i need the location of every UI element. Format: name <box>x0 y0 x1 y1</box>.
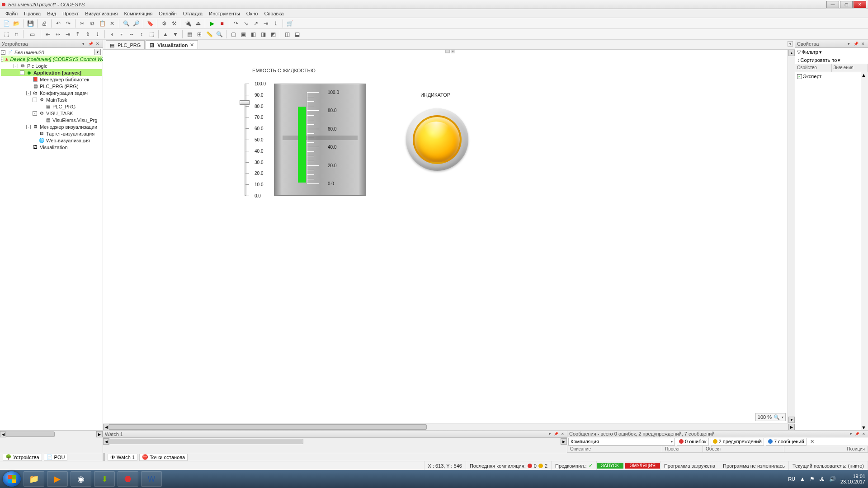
bottom-tab[interactable]: 📄POU <box>44 454 68 461</box>
el-1-icon[interactable]: ▢ <box>229 30 238 39</box>
scroll-down-icon[interactable]: ▼ <box>788 417 795 423</box>
tree-item[interactable]: -🖥Менеджер визуализации <box>1 123 102 130</box>
menu-файл[interactable]: Файл <box>3 10 20 17</box>
same-height-icon[interactable]: ↕ <box>137 30 146 39</box>
tray-clock[interactable]: 19:0123.10.2017 <box>840 474 865 484</box>
canvas-split-grip[interactable]: —▾ <box>445 50 455 53</box>
step-icon[interactable]: ⇥ <box>261 19 270 28</box>
delete-icon[interactable]: ✕ <box>108 19 117 28</box>
taskbar-explorer-icon[interactable]: 📁 <box>24 471 44 487</box>
el-6-icon[interactable]: ◫ <box>283 30 292 39</box>
tree-item[interactable]: -📄Без имени20 <box>1 49 102 56</box>
tray-network-icon[interactable]: 🖧 <box>819 476 825 482</box>
taskbar-media-icon[interactable]: ▶ <box>47 471 68 487</box>
tree-item[interactable]: ▤PLC_PRG <box>1 103 102 110</box>
el-4-icon[interactable]: ◨ <box>259 30 268 39</box>
panel-close-icon[interactable]: ✕ <box>861 431 866 436</box>
menu-компиляция[interactable]: Компиляция <box>121 10 155 17</box>
tree-toggle-icon[interactable]: - <box>33 111 37 116</box>
panel-pin-icon[interactable]: 📌 <box>87 41 94 47</box>
menu-окно[interactable]: Окно <box>244 10 261 17</box>
el-5-icon[interactable]: ◩ <box>269 30 278 39</box>
tab-list-icon[interactable]: ▾ <box>788 41 793 47</box>
tree-item[interactable]: 🖥Таргет-визуализация <box>1 130 102 137</box>
bookmark-icon[interactable]: 🔖 <box>146 19 155 28</box>
stop-icon[interactable]: ■ <box>217 19 226 28</box>
tree-item[interactable]: -⚙VISU_TASK <box>1 110 102 117</box>
tree-toggle-icon[interactable]: - <box>26 125 31 129</box>
canvas-vscroll[interactable]: ▲ ▼ <box>788 50 795 423</box>
align-bottom-icon[interactable]: ⤓ <box>93 30 102 39</box>
tree-item[interactable]: -🗂Конфигурация задач <box>1 89 102 96</box>
minimize-button[interactable]: — <box>826 1 839 8</box>
close-button[interactable]: ✕ <box>854 1 866 8</box>
tree-toggle-icon[interactable]: - <box>1 57 3 61</box>
start-button[interactable] <box>3 471 21 487</box>
tree-type-dropdown[interactable]: ▾ <box>94 49 101 55</box>
panel-close-icon[interactable]: ✕ <box>94 41 101 47</box>
tray-volume-icon[interactable]: 🔊 <box>829 476 836 482</box>
logout-icon[interactable]: ⏏ <box>193 19 203 28</box>
tree-item[interactable]: -⧉Plc Logic <box>1 62 102 69</box>
tray-lang[interactable]: RU <box>788 476 795 482</box>
scroll-up-icon[interactable]: ▲ <box>861 72 868 78</box>
menu-справка[interactable]: Справка <box>261 10 286 17</box>
el-2-icon[interactable]: ▣ <box>239 30 248 39</box>
tree-item[interactable]: -◉Application [запуск] <box>1 69 102 76</box>
build-icon[interactable]: ⚙ <box>160 19 169 28</box>
taskbar-codesys-icon[interactable]: ⬣ <box>118 471 138 487</box>
tree-item[interactable]: ▤VisuElems.Visu_Prg <box>1 117 102 123</box>
scroll-right-icon[interactable]: ▶ <box>561 438 567 445</box>
menu-проект[interactable]: Проект <box>60 10 81 17</box>
tree-item[interactable]: -▲Device [соединен] (CODESYS Control Win… <box>1 56 102 62</box>
devices-tree[interactable]: ▾ -📄Без имени20-▲Device [соединен] (CODE… <box>0 48 103 430</box>
panel-dropdown-icon[interactable]: ▾ <box>845 41 852 47</box>
panel-close-icon[interactable]: ✕ <box>860 41 866 47</box>
select-icon[interactable]: ⬚ <box>2 30 11 39</box>
menu-отладка[interactable]: Отладка <box>180 10 205 17</box>
open-icon[interactable]: 📂 <box>12 19 21 28</box>
order-back-icon[interactable]: ▼ <box>171 30 180 39</box>
cursor-icon[interactable]: ⤓ <box>271 19 280 28</box>
undo-icon[interactable]: ↶ <box>54 19 63 28</box>
tree-toggle-icon[interactable]: - <box>20 70 24 75</box>
el-7-icon[interactable]: ⬓ <box>292 30 302 39</box>
save-icon[interactable]: 💾 <box>26 19 35 28</box>
tray-action-icon[interactable]: ⚑ <box>810 476 815 482</box>
align-right-icon[interactable]: ⇥ <box>63 30 72 39</box>
menu-вид[interactable]: Вид <box>44 10 59 17</box>
copy-icon[interactable]: ⧉ <box>88 19 97 28</box>
align-center-icon[interactable]: ⇔ <box>53 30 62 39</box>
panel-pin-icon[interactable]: 📌 <box>854 431 860 436</box>
taskbar-download-icon[interactable]: ⬇ <box>94 471 115 487</box>
bottom-tab[interactable]: ⛔Точки останова <box>139 454 188 461</box>
ruler-icon[interactable]: 📏 <box>205 30 214 39</box>
taskbar-word-icon[interactable]: W <box>141 471 162 487</box>
zoom-icon[interactable]: 🔍 <box>215 30 224 39</box>
snap-icon[interactable]: ⊞ <box>195 30 204 39</box>
tab-close-icon[interactable]: ✕ <box>190 42 194 48</box>
properties-grid[interactable] <box>795 72 861 430</box>
redo-icon[interactable]: ↷ <box>64 19 73 28</box>
tree-toggle-icon[interactable]: - <box>33 98 37 102</box>
scroll-up-icon[interactable]: ▲ <box>788 50 795 56</box>
tree-item[interactable]: 🖼Visualization <box>1 144 102 150</box>
run-icon[interactable]: ▶ <box>208 19 217 28</box>
tree-item[interactable]: ▤PLC_PRG (PRG) <box>1 83 102 89</box>
step-over-icon[interactable]: ↷ <box>231 19 241 28</box>
warnings-badge[interactable]: 2 предупреждений <box>711 438 764 446</box>
panel-dropdown-icon[interactable]: ▾ <box>80 41 86 47</box>
cart-icon[interactable]: 🛒 <box>285 19 294 28</box>
magnifier-icon[interactable]: 🔍 <box>774 414 780 420</box>
order-front-icon[interactable]: ▲ <box>161 30 170 39</box>
tree-toggle-icon[interactable]: - <box>26 91 31 95</box>
properties-vscroll[interactable]: ▲ ▼ <box>861 72 868 430</box>
hscroll-thumb[interactable] <box>108 439 303 444</box>
tree-toggle-icon[interactable]: - <box>14 64 18 68</box>
same-width-icon[interactable]: ↔ <box>127 30 136 39</box>
bottom-tab[interactable]: 👁Watch 1 <box>108 454 137 461</box>
editor-tab[interactable]: 🖼Visualization✕ <box>146 40 198 49</box>
tree-item[interactable]: -⚙MainTask <box>1 96 102 103</box>
panel-dropdown-icon[interactable]: ▾ <box>848 431 854 436</box>
align-left-icon[interactable]: ⇤ <box>43 30 52 39</box>
